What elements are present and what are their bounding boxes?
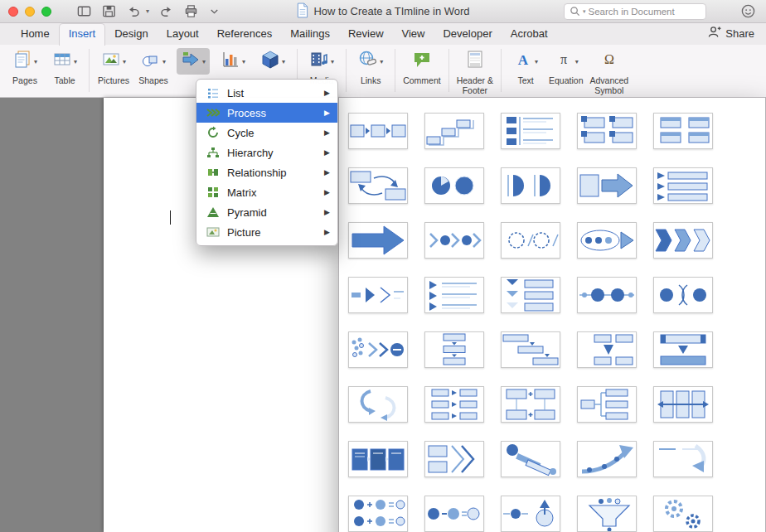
menu-item-hierarchy[interactable]: Hierarchy▶	[196, 143, 337, 162]
dashed-circles-thumbnail[interactable]	[501, 222, 560, 259]
box-arrow-thumbnail[interactable]	[577, 167, 637, 204]
stagger-flow-thumbnail[interactable]	[501, 331, 560, 368]
smartart-button[interactable]: ▾	[177, 48, 210, 75]
panels-arrow-thumbnail[interactable]	[653, 386, 713, 423]
dash-chevron-thumbnail[interactable]	[348, 277, 408, 313]
minimize-button[interactable]	[25, 7, 35, 17]
bars-down-thumbnail[interactable]	[653, 331, 713, 368]
swoosh-arrow-thumbnail[interactable]	[653, 441, 713, 477]
pyramid-icon	[206, 206, 221, 219]
search-box[interactable]: ▾ Search in Document	[564, 3, 706, 20]
button-label: Links	[361, 75, 381, 85]
vchevron-list-thumbnail[interactable]	[501, 277, 560, 313]
pictures-button[interactable]: ▾Pictures	[97, 48, 130, 85]
text-button[interactable]: A▾Text	[509, 48, 542, 85]
table-button[interactable]: ▾Table	[48, 48, 81, 85]
chart-button[interactable]: ▾	[216, 48, 250, 75]
paren-circles-thumbnail[interactable]	[653, 277, 713, 313]
tab-home[interactable]: Home	[12, 24, 59, 45]
tab-view[interactable]: View	[393, 24, 434, 45]
circles-plus-thumbnail[interactable]	[348, 496, 408, 532]
traffic-lights	[8, 7, 51, 17]
flow-down-thumbnail[interactable]	[424, 331, 484, 368]
org-grid-thumbnail[interactable]	[577, 386, 637, 423]
circle-chevrons-thumbnail[interactable]	[424, 222, 484, 259]
table-icon	[52, 50, 72, 73]
menu-item-process[interactable]: Process▶	[196, 103, 337, 123]
close-button[interactable]	[8, 7, 18, 17]
accent-list-thumbnail[interactable]	[501, 113, 560, 149]
big-arrow-thumbnail[interactable]	[348, 222, 408, 259]
grid-flow-thumbnail[interactable]	[577, 331, 637, 368]
circle-diag-bars-thumbnail[interactable]	[501, 441, 560, 477]
tab-mailings[interactable]: Mailings	[281, 24, 339, 45]
equation-button[interactable]: π▾Equation	[549, 48, 583, 85]
group-separator	[395, 49, 395, 92]
button-label: Equation	[549, 75, 583, 85]
submenu-arrow-icon: ▶	[324, 188, 330, 196]
submenu-arrow-icon: ▶	[324, 228, 330, 236]
s-arrows-thumbnail[interactable]	[348, 386, 408, 423]
share-button[interactable]: Share	[707, 26, 754, 45]
feedback-smiley-icon[interactable]	[740, 3, 756, 22]
accent-boxes-thumbnail[interactable]	[653, 113, 713, 149]
oval-arrow-thumbnail[interactable]	[577, 222, 637, 259]
ascend-arrow-thumbnail[interactable]	[577, 441, 637, 477]
pages-button[interactable]: ▾Pages	[8, 48, 41, 85]
3d-model-button[interactable]: ▾	[256, 48, 289, 75]
linked-circles-thumbnail[interactable]	[577, 277, 637, 313]
menu-item-picture[interactable]: Picture▶	[196, 222, 337, 242]
redo-icon[interactable]	[158, 3, 174, 19]
group-separator	[501, 49, 502, 92]
tab-references[interactable]: References	[208, 24, 281, 45]
chevron-lines-thumbnail[interactable]	[424, 277, 484, 313]
pie-circles-thumbnail[interactable]	[424, 167, 484, 204]
flow-grid-thumbnail[interactable]	[424, 386, 484, 423]
save-icon[interactable]	[101, 3, 117, 19]
dots-chevron-circle-thumbnail[interactable]	[348, 331, 408, 368]
funnel-thumbnail[interactable]	[577, 496, 637, 532]
text-icon: A	[513, 50, 533, 73]
gears-thumbnail[interactable]	[653, 496, 713, 532]
menu-item-pyramid[interactable]: Pyramid▶	[196, 202, 337, 222]
comment-button[interactable]: Comment	[403, 48, 441, 85]
half-circles-thumbnail[interactable]	[501, 167, 560, 204]
button-label: Comment	[403, 75, 441, 85]
minus-circles-thumbnail[interactable]	[424, 496, 484, 532]
advanced-symbol-button[interactable]: ΩAdvanced Symbol	[589, 48, 628, 95]
step-process-thumbnail[interactable]	[424, 113, 484, 149]
alt-boxes-thumbnail[interactable]	[577, 113, 637, 149]
tab-design[interactable]: Design	[105, 24, 157, 45]
chevron-list-thumbnail[interactable]	[653, 222, 713, 259]
menu-item-list[interactable]: List▶	[196, 83, 337, 103]
dark-boxes-thumbnail[interactable]	[348, 441, 408, 477]
tab-insert[interactable]: Insert	[59, 23, 106, 46]
tab-acrobat[interactable]: Acrobat	[502, 24, 557, 45]
menu-item-matrix[interactable]: Matrix▶	[196, 182, 337, 202]
svg-text:Ω: Ω	[604, 52, 614, 66]
dropdown-caret-icon: ▾	[74, 58, 77, 65]
bars-arrows-thumbnail[interactable]	[653, 167, 713, 204]
group-separator	[448, 49, 449, 92]
dropdown-caret-icon: ▾	[575, 58, 579, 65]
undo-icon[interactable]	[126, 3, 142, 19]
menu-item-cycle[interactable]: Cycle▶	[196, 123, 337, 143]
zoom-button[interactable]	[41, 7, 51, 17]
tab-layout[interactable]: Layout	[158, 24, 208, 45]
links-button[interactable]: ▾Links	[354, 48, 387, 85]
print-icon[interactable]	[183, 3, 199, 19]
menu-item-label: Matrix	[227, 186, 318, 199]
header-footer-button[interactable]: Header & Footer	[457, 48, 493, 95]
basic-process-thumbnail[interactable]	[348, 113, 408, 149]
toolbar-more-icon[interactable]	[208, 3, 221, 19]
menu-item-relationship[interactable]: Relationship▶	[196, 162, 337, 182]
plus-boxes-thumbnail[interactable]	[501, 386, 560, 423]
up-arrow-circles-thumbnail[interactable]	[501, 496, 560, 532]
loop-boxes-thumbnail[interactable]	[348, 167, 408, 204]
tab-developer[interactable]: Developer	[434, 24, 501, 45]
tab-review[interactable]: Review	[339, 24, 393, 45]
boxes-arrow-thumbnail[interactable]	[424, 441, 484, 477]
shapes-button[interactable]: ▾Shapes	[137, 48, 170, 85]
view-icon[interactable]	[76, 3, 92, 19]
share-icon	[707, 26, 721, 41]
